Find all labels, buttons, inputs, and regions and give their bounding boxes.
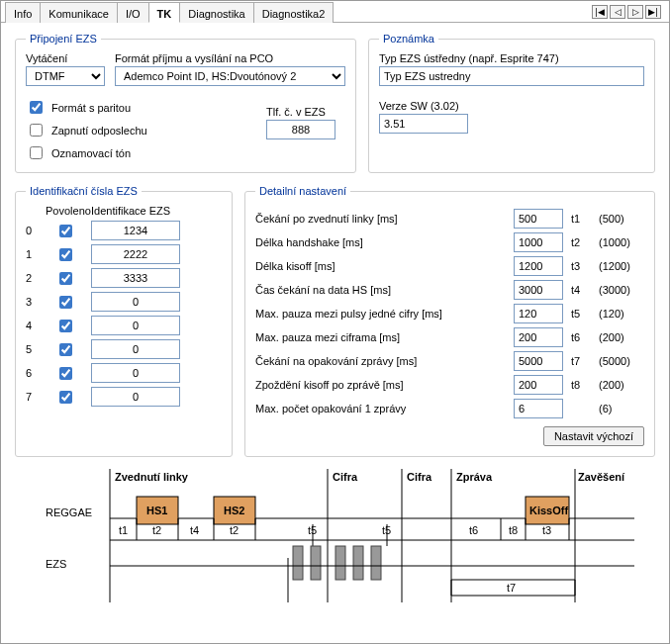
input-type[interactable] bbox=[379, 66, 644, 86]
window: InfoKomunikaceI/OTKDiagnostikaDiagnostik… bbox=[0, 0, 670, 644]
detail-t: t2 bbox=[571, 236, 593, 248]
detail-label: Max. pauza mezi ciframa [ms] bbox=[255, 331, 508, 343]
id-index: 3 bbox=[26, 296, 40, 308]
button-defaults[interactable]: Nastavit výchozí bbox=[543, 426, 644, 446]
label-tone: Oznamovací tón bbox=[51, 147, 131, 159]
legend-detail: Detailní nastavení bbox=[255, 185, 350, 197]
detail-row: Délka handshake [ms] t2 (1000) bbox=[255, 232, 644, 252]
input-tlf[interactable] bbox=[266, 120, 335, 139]
id-value-5[interactable] bbox=[91, 339, 180, 359]
id-index: 4 bbox=[26, 320, 40, 331]
id-enabled-6[interactable] bbox=[59, 367, 72, 380]
detail-value-8[interactable] bbox=[514, 399, 563, 418]
svg-text:t3: t3 bbox=[542, 524, 551, 536]
id-enabled-3[interactable] bbox=[59, 296, 72, 309]
detail-value-0[interactable] bbox=[514, 209, 563, 229]
id-enabled-4[interactable] bbox=[59, 320, 72, 332]
detail-def: (120) bbox=[599, 308, 644, 320]
svg-text:t8: t8 bbox=[509, 524, 518, 536]
svg-rect-31 bbox=[335, 546, 345, 580]
svg-rect-33 bbox=[371, 546, 381, 580]
detail-value-4[interactable] bbox=[514, 304, 563, 323]
diag-kiss: KissOff bbox=[529, 505, 568, 516]
check-listen[interactable] bbox=[30, 124, 43, 137]
check-listen-row[interactable]: Zapnutí odposlechu bbox=[26, 121, 256, 139]
detail-row: Čekání po zvednutí linky [ms] t1 (500) bbox=[255, 209, 644, 229]
nav-prev[interactable]: ◁ bbox=[610, 5, 625, 19]
id-enabled-1[interactable] bbox=[59, 248, 72, 261]
detail-def: (3000) bbox=[599, 284, 644, 296]
detail-t: t3 bbox=[571, 260, 593, 272]
id-value-3[interactable] bbox=[91, 292, 180, 312]
label-sw: Verze SW (3.02) bbox=[379, 100, 644, 112]
nav-last[interactable]: ▶| bbox=[645, 5, 661, 19]
label-dial: Vytáčení bbox=[26, 52, 105, 64]
diag-col-4: Zavěšení bbox=[578, 471, 625, 483]
detail-value-7[interactable] bbox=[514, 375, 563, 395]
detail-value-1[interactable] bbox=[514, 232, 563, 252]
id-value-2[interactable] bbox=[91, 268, 180, 288]
detail-def: (200) bbox=[599, 379, 644, 391]
id-enabled-5[interactable] bbox=[59, 343, 72, 356]
id-index: 7 bbox=[26, 391, 40, 403]
detail-label: Zpoždění kisoff po zprávě [ms] bbox=[255, 379, 508, 391]
label-format: Formát příjmu a vysílání na PCO bbox=[115, 52, 345, 64]
detail-label: Max. počet opakování 1 zprávy bbox=[255, 403, 508, 414]
detail-value-6[interactable] bbox=[514, 351, 563, 371]
label-parity: Formát s paritou bbox=[51, 102, 131, 114]
diag-hs1: HS1 bbox=[146, 505, 167, 516]
detail-value-3[interactable] bbox=[514, 280, 563, 300]
svg-text:t2: t2 bbox=[230, 524, 239, 536]
legend-ids: Identifikační čísla EZS bbox=[26, 185, 142, 197]
legend-note: Poznámka bbox=[379, 33, 438, 45]
diag-row-reggae: REGGAE bbox=[46, 506, 92, 518]
svg-text:t7: t7 bbox=[507, 582, 516, 594]
detail-def: (1000) bbox=[599, 236, 644, 248]
id-row: 5 bbox=[26, 339, 222, 359]
id-value-4[interactable] bbox=[91, 316, 180, 335]
detail-t: t6 bbox=[571, 331, 593, 343]
id-value-6[interactable] bbox=[91, 363, 180, 383]
detail-label: Čas čekání na data HS [ms] bbox=[255, 284, 508, 296]
check-parity-row[interactable]: Formát s paritou bbox=[26, 98, 256, 117]
label-tlf: Tlf. č. v EZS bbox=[266, 106, 345, 118]
tab-diagnostika2[interactable]: Diagnostika2 bbox=[253, 2, 335, 23]
tab-info[interactable]: Info bbox=[5, 2, 41, 23]
id-value-7[interactable] bbox=[91, 387, 180, 407]
id-enabled-0[interactable] bbox=[59, 225, 72, 237]
input-sw[interactable] bbox=[379, 114, 468, 134]
detail-t: t1 bbox=[571, 213, 593, 225]
tab-komunikace[interactable]: Komunikace bbox=[40, 2, 118, 23]
select-format[interactable]: Ademco Point ID, HS:Dvoutónový 2 bbox=[115, 66, 345, 86]
select-dial[interactable]: DTMF bbox=[26, 66, 105, 86]
detail-value-5[interactable] bbox=[514, 327, 563, 347]
nav-first[interactable]: |◀ bbox=[592, 5, 608, 19]
detail-label: Délka kisoff [ms] bbox=[255, 260, 508, 272]
diag-row-ezs: EZS bbox=[46, 558, 66, 570]
tab-tk[interactable]: TK bbox=[148, 2, 181, 23]
check-parity[interactable] bbox=[30, 101, 43, 114]
diag-col-0: Zvednutí linky bbox=[115, 471, 189, 483]
group-note: Poznámka Typ EZS ústředny (např. Esprite… bbox=[368, 33, 655, 173]
detail-def: (6) bbox=[599, 403, 644, 414]
svg-rect-29 bbox=[293, 546, 303, 580]
check-tone[interactable] bbox=[30, 146, 43, 159]
id-enabled-2[interactable] bbox=[59, 272, 72, 285]
detail-label: Max. pauza mezi pulsy jedné cifry [ms] bbox=[255, 308, 508, 320]
detail-value-2[interactable] bbox=[514, 256, 563, 276]
id-value-1[interactable] bbox=[91, 244, 180, 264]
detail-t: t5 bbox=[571, 308, 593, 320]
nav-next[interactable]: ▷ bbox=[627, 5, 643, 19]
id-enabled-7[interactable] bbox=[59, 391, 72, 404]
detail-label: Čekání na opakování zprávy [ms] bbox=[255, 355, 508, 367]
tab-diagnostika[interactable]: Diagnostika bbox=[179, 2, 253, 23]
svg-rect-32 bbox=[353, 546, 363, 580]
group-connection: Připojení EZS Vytáčení DTMF Formát příjm… bbox=[15, 33, 356, 173]
id-value-0[interactable] bbox=[91, 221, 180, 240]
id-row: 1 bbox=[26, 244, 222, 264]
detail-t: t7 bbox=[571, 355, 593, 367]
detail-t: t8 bbox=[571, 379, 593, 391]
check-tone-row[interactable]: Oznamovací tón bbox=[26, 143, 256, 162]
tab-i/o[interactable]: I/O bbox=[117, 2, 149, 23]
detail-def: (5000) bbox=[599, 355, 644, 367]
